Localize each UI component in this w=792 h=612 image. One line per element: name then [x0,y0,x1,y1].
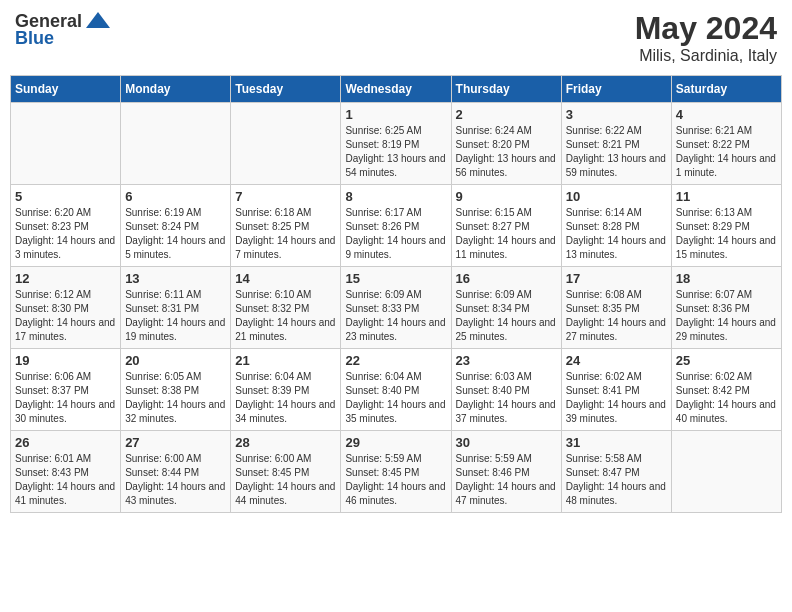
calendar-day-header: Thursday [451,76,561,103]
day-number: 4 [676,107,777,122]
day-number: 30 [456,435,557,450]
day-number: 20 [125,353,226,368]
day-info: Sunrise: 5:58 AMSunset: 8:47 PMDaylight:… [566,452,667,508]
logo: General Blue [15,10,112,49]
calendar-week-row: 1 Sunrise: 6:25 AMSunset: 8:19 PMDayligh… [11,103,782,185]
day-info: Sunrise: 6:22 AMSunset: 8:21 PMDaylight:… [566,124,667,180]
calendar-day-cell [121,103,231,185]
day-number: 24 [566,353,667,368]
day-number: 25 [676,353,777,368]
title-section: May 2024 Milis, Sardinia, Italy [635,10,777,65]
calendar-day-cell [671,431,781,513]
calendar-day-cell: 6 Sunrise: 6:19 AMSunset: 8:24 PMDayligh… [121,185,231,267]
calendar-day-cell: 5 Sunrise: 6:20 AMSunset: 8:23 PMDayligh… [11,185,121,267]
calendar-day-cell: 13 Sunrise: 6:11 AMSunset: 8:31 PMDaylig… [121,267,231,349]
calendar-day-cell: 28 Sunrise: 6:00 AMSunset: 8:45 PMDaylig… [231,431,341,513]
logo-blue-text: Blue [15,28,54,49]
calendar-day-header: Friday [561,76,671,103]
day-number: 5 [15,189,116,204]
calendar-week-row: 5 Sunrise: 6:20 AMSunset: 8:23 PMDayligh… [11,185,782,267]
day-info: Sunrise: 6:11 AMSunset: 8:31 PMDaylight:… [125,288,226,344]
calendar-day-header: Sunday [11,76,121,103]
calendar-day-header: Monday [121,76,231,103]
day-number: 6 [125,189,226,204]
calendar-day-cell: 23 Sunrise: 6:03 AMSunset: 8:40 PMDaylig… [451,349,561,431]
calendar-day-cell: 7 Sunrise: 6:18 AMSunset: 8:25 PMDayligh… [231,185,341,267]
logo-icon [84,10,112,32]
day-info: Sunrise: 6:14 AMSunset: 8:28 PMDaylight:… [566,206,667,262]
calendar-day-cell: 26 Sunrise: 6:01 AMSunset: 8:43 PMDaylig… [11,431,121,513]
day-info: Sunrise: 6:04 AMSunset: 8:39 PMDaylight:… [235,370,336,426]
day-info: Sunrise: 6:18 AMSunset: 8:25 PMDaylight:… [235,206,336,262]
day-info: Sunrise: 6:07 AMSunset: 8:36 PMDaylight:… [676,288,777,344]
calendar-day-cell: 14 Sunrise: 6:10 AMSunset: 8:32 PMDaylig… [231,267,341,349]
calendar-table: SundayMondayTuesdayWednesdayThursdayFrid… [10,75,782,513]
day-info: Sunrise: 6:09 AMSunset: 8:34 PMDaylight:… [456,288,557,344]
day-info: Sunrise: 6:01 AMSunset: 8:43 PMDaylight:… [15,452,116,508]
day-info: Sunrise: 6:05 AMSunset: 8:38 PMDaylight:… [125,370,226,426]
day-info: Sunrise: 6:13 AMSunset: 8:29 PMDaylight:… [676,206,777,262]
day-number: 10 [566,189,667,204]
day-info: Sunrise: 6:15 AMSunset: 8:27 PMDaylight:… [456,206,557,262]
day-info: Sunrise: 6:24 AMSunset: 8:20 PMDaylight:… [456,124,557,180]
svg-rect-1 [94,20,102,28]
day-number: 9 [456,189,557,204]
calendar-week-row: 19 Sunrise: 6:06 AMSunset: 8:37 PMDaylig… [11,349,782,431]
calendar-day-cell: 1 Sunrise: 6:25 AMSunset: 8:19 PMDayligh… [341,103,451,185]
calendar-day-header: Wednesday [341,76,451,103]
calendar-day-cell: 4 Sunrise: 6:21 AMSunset: 8:22 PMDayligh… [671,103,781,185]
calendar-day-cell [231,103,341,185]
calendar-day-header: Saturday [671,76,781,103]
calendar-header-row: SundayMondayTuesdayWednesdayThursdayFrid… [11,76,782,103]
day-info: Sunrise: 6:17 AMSunset: 8:26 PMDaylight:… [345,206,446,262]
calendar-day-cell: 29 Sunrise: 5:59 AMSunset: 8:45 PMDaylig… [341,431,451,513]
calendar-day-cell: 20 Sunrise: 6:05 AMSunset: 8:38 PMDaylig… [121,349,231,431]
location-subtitle: Milis, Sardinia, Italy [635,47,777,65]
calendar-day-cell: 9 Sunrise: 6:15 AMSunset: 8:27 PMDayligh… [451,185,561,267]
day-info: Sunrise: 6:19 AMSunset: 8:24 PMDaylight:… [125,206,226,262]
day-info: Sunrise: 6:12 AMSunset: 8:30 PMDaylight:… [15,288,116,344]
calendar-day-cell: 10 Sunrise: 6:14 AMSunset: 8:28 PMDaylig… [561,185,671,267]
day-info: Sunrise: 6:03 AMSunset: 8:40 PMDaylight:… [456,370,557,426]
day-number: 3 [566,107,667,122]
day-number: 17 [566,271,667,286]
calendar-week-row: 26 Sunrise: 6:01 AMSunset: 8:43 PMDaylig… [11,431,782,513]
day-number: 2 [456,107,557,122]
day-info: Sunrise: 6:21 AMSunset: 8:22 PMDaylight:… [676,124,777,180]
calendar-day-cell: 21 Sunrise: 6:04 AMSunset: 8:39 PMDaylig… [231,349,341,431]
day-number: 29 [345,435,446,450]
calendar-day-cell: 11 Sunrise: 6:13 AMSunset: 8:29 PMDaylig… [671,185,781,267]
day-number: 11 [676,189,777,204]
day-info: Sunrise: 6:08 AMSunset: 8:35 PMDaylight:… [566,288,667,344]
day-info: Sunrise: 6:00 AMSunset: 8:45 PMDaylight:… [235,452,336,508]
calendar-day-cell: 15 Sunrise: 6:09 AMSunset: 8:33 PMDaylig… [341,267,451,349]
day-info: Sunrise: 5:59 AMSunset: 8:45 PMDaylight:… [345,452,446,508]
day-number: 8 [345,189,446,204]
day-number: 12 [15,271,116,286]
day-number: 16 [456,271,557,286]
day-number: 28 [235,435,336,450]
day-info: Sunrise: 6:09 AMSunset: 8:33 PMDaylight:… [345,288,446,344]
calendar-day-cell: 12 Sunrise: 6:12 AMSunset: 8:30 PMDaylig… [11,267,121,349]
day-number: 1 [345,107,446,122]
day-number: 31 [566,435,667,450]
day-number: 14 [235,271,336,286]
calendar-day-cell: 18 Sunrise: 6:07 AMSunset: 8:36 PMDaylig… [671,267,781,349]
calendar-day-cell: 16 Sunrise: 6:09 AMSunset: 8:34 PMDaylig… [451,267,561,349]
day-info: Sunrise: 6:20 AMSunset: 8:23 PMDaylight:… [15,206,116,262]
page-header: General Blue May 2024 Milis, Sardinia, I… [10,10,782,65]
day-info: Sunrise: 6:00 AMSunset: 8:44 PMDaylight:… [125,452,226,508]
calendar-day-cell: 30 Sunrise: 5:59 AMSunset: 8:46 PMDaylig… [451,431,561,513]
calendar-day-cell: 22 Sunrise: 6:04 AMSunset: 8:40 PMDaylig… [341,349,451,431]
calendar-week-row: 12 Sunrise: 6:12 AMSunset: 8:30 PMDaylig… [11,267,782,349]
calendar-day-cell: 3 Sunrise: 6:22 AMSunset: 8:21 PMDayligh… [561,103,671,185]
day-info: Sunrise: 6:02 AMSunset: 8:42 PMDaylight:… [676,370,777,426]
day-info: Sunrise: 6:06 AMSunset: 8:37 PMDaylight:… [15,370,116,426]
day-number: 15 [345,271,446,286]
day-info: Sunrise: 5:59 AMSunset: 8:46 PMDaylight:… [456,452,557,508]
day-number: 23 [456,353,557,368]
calendar-day-cell: 27 Sunrise: 6:00 AMSunset: 8:44 PMDaylig… [121,431,231,513]
day-info: Sunrise: 6:04 AMSunset: 8:40 PMDaylight:… [345,370,446,426]
day-info: Sunrise: 6:02 AMSunset: 8:41 PMDaylight:… [566,370,667,426]
day-number: 13 [125,271,226,286]
